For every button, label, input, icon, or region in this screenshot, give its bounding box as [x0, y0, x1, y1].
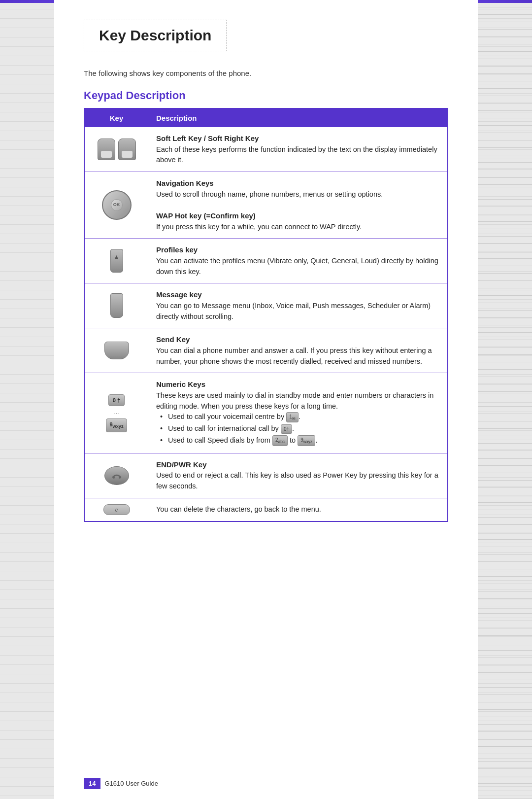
list-item: Used to call your voicemail centre by 1✉…	[160, 412, 439, 422]
nav-key-icon: OK	[93, 190, 140, 220]
footer-page-number: 14	[84, 778, 100, 789]
message-key-icon	[93, 293, 140, 318]
key-cell-end	[84, 453, 148, 498]
intro-text: The following shows key components of th…	[84, 69, 448, 77]
numeric-keys-icon: 0 † … 9wxyz	[93, 394, 140, 432]
desc-title-soft: Soft Left Key / Soft Right Key	[156, 133, 439, 144]
desc-body-numeric: These keys are used mainly to dial in st…	[156, 390, 439, 412]
desc-cell-numeric: Numeric Keys These keys are used mainly …	[148, 373, 448, 453]
title-box: Key Description	[84, 20, 227, 51]
desc-title-profile: Profiles key	[156, 244, 439, 256]
soft-right-key-icon	[118, 139, 136, 160]
desc-title-wap: WAP Hot key (=Confirm key)	[156, 210, 439, 222]
zero-key-icon: 0 †	[108, 394, 125, 407]
table-row: END/PWR Key Used to end or reject a call…	[84, 453, 448, 498]
col-desc-header: Description	[148, 108, 448, 127]
key-cell-clear: c	[84, 498, 148, 521]
numeric-separator: …	[114, 408, 119, 417]
end-key-icon	[93, 466, 140, 485]
table-row: Message key You can go to Message menu (…	[84, 283, 448, 328]
desc-title-message: Message key	[156, 289, 439, 301]
profile-key-btn: ▲	[110, 249, 123, 273]
profile-key-icon: ▲	[93, 249, 140, 273]
key-cell-numeric: 0 † … 9wxyz	[84, 373, 148, 453]
table-row: Send Key You can dial a phone number and…	[84, 328, 448, 373]
key-cell-message	[84, 283, 148, 328]
table-row: OK Navigation Keys Used to scroll throug…	[84, 172, 448, 239]
desc-cell-clear: You can delete the characters, go back t…	[148, 498, 448, 521]
list-item: Used to call for international call by 0…	[160, 423, 439, 434]
clear-key-btn: c	[103, 504, 130, 515]
list-item: Used to call Speed dials by from 2abc to…	[160, 435, 439, 446]
footer-guide-text: G1610 User Guide	[104, 780, 158, 787]
desc-body-nav1: Used to scroll through name, phone numbe…	[156, 189, 439, 200]
page-footer: 14 G1610 User Guide	[54, 778, 478, 789]
nav-key-inner: OK	[111, 199, 123, 211]
content-area: Key Description The following shows key …	[54, 0, 478, 799]
section-heading: Keypad Description	[84, 89, 448, 102]
desc-cell-message: Message key You can go to Message menu (…	[148, 283, 448, 328]
key-cell-soft	[84, 127, 148, 172]
key-cell-profile: ▲	[84, 239, 148, 283]
key-1-inline: 1✉	[286, 412, 299, 422]
page-title: Key Description	[99, 27, 211, 44]
key-cell-send	[84, 328, 148, 373]
svg-point-0	[113, 477, 115, 479]
right-stripe	[478, 0, 532, 799]
key-0-inline: 0†	[281, 424, 292, 434]
key-table: Key Description	[84, 108, 448, 522]
col-key-header: Key	[84, 108, 148, 127]
message-key-btn	[110, 293, 123, 318]
table-header-row: Key Description	[84, 108, 448, 127]
end-key-svg	[112, 472, 122, 479]
send-key-icon	[93, 342, 140, 359]
nav-key-outer: OK	[102, 190, 132, 220]
key-2-inline: 2abc	[272, 435, 288, 446]
desc-title-send: Send Key	[156, 334, 439, 346]
desc-cell-end: END/PWR Key Used to end or reject a call…	[148, 453, 448, 498]
clear-key-icon: c	[93, 504, 140, 515]
soft-keys-icon	[93, 139, 140, 160]
page-wrapper: Key Description The following shows key …	[0, 0, 532, 799]
desc-body-end: Used to end or reject a call. This key i…	[156, 470, 439, 492]
table-row: Soft Left Key / Soft Right Key Each of t…	[84, 127, 448, 172]
table-row: 0 † … 9wxyz Numeric Keys These keys are …	[84, 373, 448, 453]
key-cell-nav: OK	[84, 172, 148, 239]
desc-body-send: You can dial a phone number and answer a…	[156, 346, 439, 367]
send-key-btn	[104, 342, 129, 359]
numeric-bullet-list: Used to call your voicemail centre by 1✉…	[156, 412, 439, 446]
desc-body-message: You can go to Message menu (Inbox, Voice…	[156, 301, 439, 322]
desc-cell-profile: Profiles key You can activate the profil…	[148, 239, 448, 283]
profile-key-arrow-icon: ▲	[114, 252, 120, 261]
desc-body-wap: If you press this key for a while, you c…	[156, 222, 439, 233]
svg-point-1	[119, 477, 121, 479]
desc-body-soft: Each of these keys performs the function…	[156, 144, 439, 166]
soft-left-key-icon	[98, 139, 115, 160]
desc-title-nav1: Navigation Keys	[156, 178, 439, 189]
desc-cell-nav: Navigation Keys Used to scroll through n…	[148, 172, 448, 239]
desc-title-numeric: Numeric Keys	[156, 379, 439, 390]
key-9-inline: 9wxyz	[298, 435, 315, 446]
table-row: ▲ Profiles key You can activate the prof…	[84, 239, 448, 283]
desc-body-profile: You can activate the profiles menu (Vibr…	[156, 256, 439, 278]
desc-cell-send: Send Key You can dial a phone number and…	[148, 328, 448, 373]
table-row: c You can delete the characters, go back…	[84, 498, 448, 521]
nine-key-icon: 9wxyz	[106, 418, 127, 432]
desc-title-end: END/PWR Key	[156, 459, 439, 471]
clear-key-label: c	[115, 506, 118, 514]
page-header: Key Description	[84, 20, 448, 54]
end-key-btn	[104, 466, 129, 485]
desc-cell-soft: Soft Left Key / Soft Right Key Each of t…	[148, 127, 448, 172]
desc-body-clear: You can delete the characters, go back t…	[156, 504, 439, 515]
